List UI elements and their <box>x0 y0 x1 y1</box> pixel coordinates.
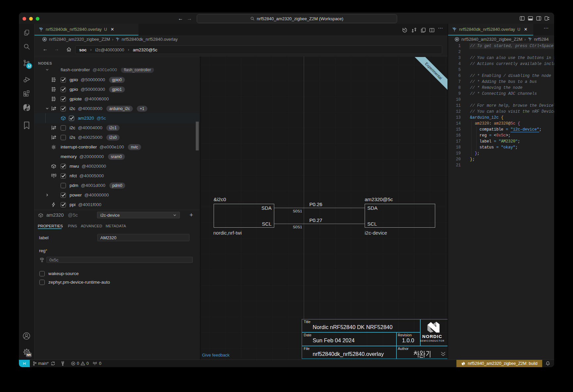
svg-text:Experimental: Experimental <box>424 62 443 80</box>
